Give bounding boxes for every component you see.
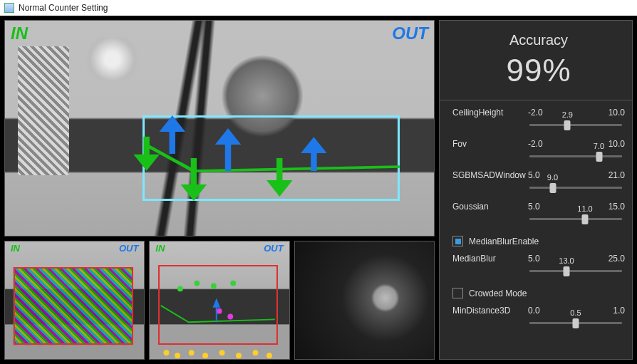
param-min-distance-3d: MinDistance3D 0.0 1.0 0.5 [452, 306, 625, 330]
checkbox-icon [452, 236, 463, 246]
content-area: IN OUT [0, 16, 637, 364]
param-min: 5.0 [528, 170, 564, 180]
param-label: Goussian [452, 202, 522, 212]
param-min: 0.0 [528, 306, 564, 316]
svg-marker-9 [219, 132, 237, 143]
check-median-blur-enable[interactable]: MedianBlurEnable [452, 236, 625, 246]
slider-ceiling-height[interactable]: 2.9 [529, 119, 622, 132]
slider-sgbm[interactable]: 9.0 [529, 182, 622, 194]
svg-marker-1 [138, 156, 155, 167]
svg-marker-5 [271, 182, 288, 192]
param-label: Fov [452, 139, 522, 149]
param-max: 25.0 [569, 254, 625, 264]
accuracy-label: Accuracy [452, 32, 625, 48]
slider-min-distance-3d[interactable]: 0.5 [529, 317, 622, 330]
depth-map [295, 241, 434, 360]
checkbox-icon [452, 288, 463, 298]
out-label: OUT [119, 243, 138, 254]
slider-goussian[interactable]: 11.0 [529, 213, 622, 226]
param-max: 21.0 [569, 170, 625, 180]
thumb-optical-flow[interactable]: IN OUT [4, 241, 145, 360]
in-label: IN [155, 243, 165, 254]
check-label: Crowded Mode [469, 288, 527, 298]
param-max: 10.0 [569, 108, 625, 118]
param-fov: Fov -2.0 10.0 7.0 [452, 139, 625, 163]
param-label: MinDistance3D [452, 306, 522, 316]
param-goussian: Goussian 5.0 15.0 11.0 [452, 202, 625, 226]
thumb-depth[interactable] [294, 241, 435, 360]
svg-marker-7 [164, 120, 181, 130]
count-line[interactable] [5, 21, 434, 236]
divider [440, 100, 632, 100]
param-min: -2.0 [528, 139, 564, 149]
settings-panel: Accuracy 99% CeilingHeight -2.0 10.0 2.9… [439, 20, 633, 360]
thumb-tracking[interactable]: IN OUT [149, 241, 289, 360]
svg-marker-11 [305, 141, 322, 152]
slider-median-blur[interactable]: 13.0 [529, 265, 622, 278]
param-label: MedianBlur [452, 254, 522, 264]
param-min: 5.0 [528, 202, 564, 212]
param-median-blur: MedianBlur 5.0 25.0 13.0 [452, 254, 625, 278]
param-label: CeilingHeight [452, 108, 522, 118]
check-label: MedianBlurEnable [469, 236, 539, 246]
param-label: SGBMSADWindow [452, 170, 522, 180]
window-title: Normal Counter Setting [19, 3, 108, 13]
roi-rect [14, 267, 133, 345]
in-label: IN [11, 243, 20, 254]
param-min: -2.0 [528, 108, 564, 118]
slider-fov[interactable]: 7.0 [529, 150, 622, 163]
accuracy-value: 99% [452, 53, 625, 88]
param-ceiling-height: CeilingHeight -2.0 10.0 2.9 [452, 108, 625, 132]
main-video-view[interactable]: IN OUT [4, 20, 435, 236]
app-icon [4, 3, 14, 13]
roi-rect [158, 265, 278, 345]
titlebar: Normal Counter Setting [0, 0, 637, 16]
out-label: OUT [264, 243, 283, 254]
svg-marker-3 [185, 186, 202, 197]
check-crowded-mode[interactable]: Crowded Mode [452, 288, 625, 298]
param-sgbm: SGBMSADWindow 5.0 21.0 9.0 [452, 170, 625, 194]
